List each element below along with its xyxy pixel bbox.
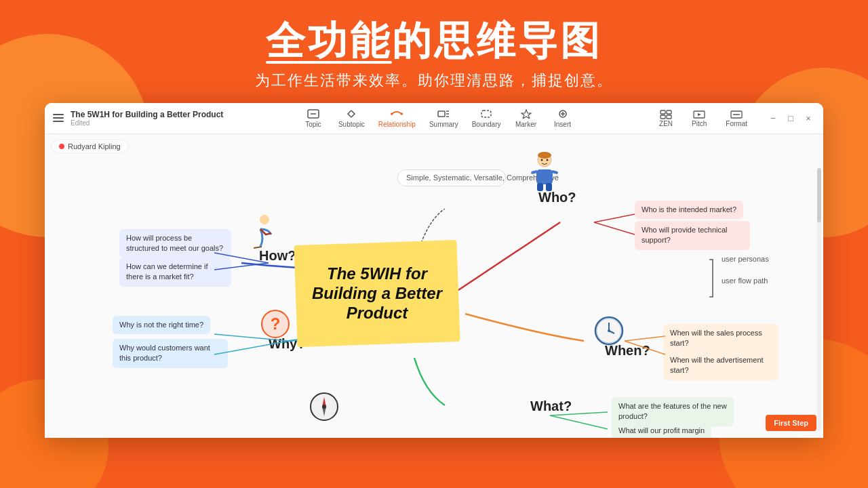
minimize-button[interactable]: − [766,111,780,125]
central-node: The 5WIH for Building a Better Product [294,240,460,347]
how-person-icon [247,214,281,255]
toolbar: The 5W1H for Building a Better Product E… [45,103,823,134]
zen-label: ZEN [659,120,673,127]
why-icon: ? [260,309,290,342]
first-step-badge: First Step [766,415,816,431]
topic-icon [307,108,319,119]
main-title: 全功能的思维导图 [266,19,602,62]
window-controls: − □ × [766,111,815,125]
svg-rect-4 [438,111,445,117]
pitch-label: Pitch [692,120,707,127]
svg-line-42 [254,247,262,248]
svg-marker-9 [521,110,531,119]
format-icon [730,109,743,120]
toolbar-left: The 5W1H for Building a Better Product E… [53,110,223,127]
header-section: 全功能的思维导图 为工作生活带来效率。助你理清思路，捕捉创意。 [0,0,868,91]
mindmap-canvas: Rudyard Kipling [45,134,823,438]
toolbar-center: Topic Subtopic Relationship [223,106,652,131]
menu-icon[interactable] [53,114,64,122]
svg-rect-37 [537,183,543,191]
marker-button[interactable]: Marker [509,106,543,131]
svg-line-30 [550,412,608,415]
summary-label: Summary [429,121,458,128]
subtopic-label: Subtopic [338,121,365,128]
format-label: Format [726,120,747,127]
subtopic-button[interactable]: Subtopic [333,106,370,131]
summary-icon [437,108,450,119]
doc-status: Edited [71,119,223,127]
svg-line-31 [550,415,608,429]
subtitle: 为工作生活带来效率。助你理清思路，捕捉创意。 [0,70,868,91]
boundary-button[interactable]: Boundary [467,106,507,131]
maximize-button[interactable]: □ [784,111,797,125]
user-badge: Rudyard Kipling [52,140,128,153]
svg-rect-14 [667,110,671,114]
title-underline: 全功能 [266,19,392,62]
svg-point-39 [541,159,543,161]
when-icon [594,316,624,348]
svg-line-28 [625,336,665,341]
svg-rect-38 [546,183,552,191]
boundary-icon [480,108,492,119]
relationship-button[interactable]: Relationship [373,106,421,131]
svg-rect-16 [667,115,671,119]
insert-button[interactable]: Insert [546,106,580,131]
svg-marker-18 [698,113,701,116]
doc-title: The 5W1H for Building a Better Product [71,110,223,119]
svg-point-3 [401,113,403,115]
svg-point-2 [391,113,393,115]
svg-rect-15 [660,115,665,119]
boundary-label: Boundary [472,121,501,128]
app-window: The 5W1H for Building a Better Product E… [45,103,823,438]
svg-point-33 [538,152,551,159]
svg-point-40 [547,159,549,161]
format-button[interactable]: Format [719,106,754,130]
close-button[interactable]: × [802,111,815,125]
svg-line-23 [594,222,635,235]
svg-point-41 [260,215,269,224]
svg-line-21 [458,222,560,290]
topic-label: Topic [305,121,321,128]
svg-rect-34 [536,169,553,184]
svg-text:?: ? [271,314,281,333]
subtopic-icon [345,108,357,119]
svg-line-27 [214,341,289,354]
svg-line-29 [625,341,665,354]
who-person-icon [528,152,561,194]
scrollbar-thumb [817,168,821,222]
marker-label: Marker [515,121,536,128]
summary-button[interactable]: Summary [424,106,464,131]
pitch-icon [693,109,705,120]
zen-icon [660,109,672,120]
svg-line-25 [214,263,269,270]
marker-icon [520,108,532,119]
svg-rect-13 [660,110,665,114]
relationship-label: Relationship [378,121,416,128]
pitch-button[interactable]: Pitch [685,106,713,130]
insert-icon [557,108,569,119]
svg-rect-8 [481,110,491,117]
doc-info: The 5W1H for Building a Better Product E… [71,110,223,127]
scrollbar[interactable] [817,168,821,431]
toolbar-right: ZEN Pitch Format − □ × [652,106,815,130]
relationship-icon [391,108,403,119]
user-dot [59,144,64,149]
svg-point-54 [322,405,326,409]
what-icon [309,392,339,424]
svg-line-22 [594,214,635,222]
zen-button[interactable]: ZEN [652,106,679,130]
central-node-text: The 5WIH for Building a Better Product [296,264,458,323]
topic-button[interactable]: Topic [296,106,330,131]
insert-label: Insert [554,121,571,128]
user-name: Rudyard Kipling [68,142,121,150]
